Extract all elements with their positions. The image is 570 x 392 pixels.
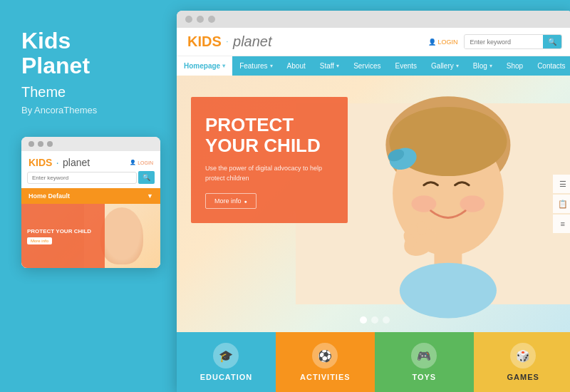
site-header: KIDS · planet 👤 LOGIN 🔍 — [177, 28, 570, 56]
activities-label: ACTIVITIES — [300, 373, 351, 381]
mobile-logo-planet: planet — [63, 157, 90, 168]
mobile-dot-2 — [38, 141, 43, 147]
logo-separator: · — [227, 38, 228, 45]
slider-dots — [360, 316, 390, 324]
hero-title: PROTECT YOUR CHILD — [205, 115, 333, 155]
search-button[interactable]: 🔍 — [543, 35, 561, 48]
mobile-titlebar — [21, 137, 160, 151]
mobile-search-bar: 🔍 — [21, 171, 160, 188]
sidebar-icon-1[interactable]: ☰ — [553, 175, 570, 193]
mobile-mockup: KIDS · planet 👤 LOGIN 🔍 Home Default ▼ — [21, 137, 160, 268]
brand-title: Kids Planet — [21, 29, 155, 78]
nav-item-features[interactable]: Features ▾ — [232, 56, 279, 76]
nav-item-shop[interactable]: Shop — [499, 56, 530, 76]
nav-item-staff[interactable]: Staff ▾ — [313, 56, 346, 76]
mobile-search-button[interactable]: 🔍 — [138, 171, 155, 184]
arrow-icon: ● — [244, 199, 247, 204]
mobile-hero-button[interactable]: More info — [27, 237, 52, 244]
chevron-down-icon: ▾ — [456, 63, 459, 69]
chevron-down-icon: ▾ — [270, 63, 273, 69]
user-icon: 👤 — [130, 160, 136, 165]
nav-item-events[interactable]: Events — [388, 56, 424, 76]
games-label: GAMES — [507, 373, 539, 381]
brand-author: By AncoraThemes — [21, 105, 155, 115]
category-education[interactable]: 🎓 EDUCATION — [177, 332, 276, 392]
mobile-nav[interactable]: Home Default ▼ — [21, 188, 160, 204]
sidebar-icon-3[interactable]: ≡ — [553, 215, 570, 233]
mobile-hero: PROTECT YOUR CHILD More info — [21, 204, 160, 268]
svg-point-4 — [411, 195, 436, 212]
slider-dot-3[interactable] — [383, 316, 390, 324]
hero-more-info-button[interactable]: More info ● — [205, 193, 256, 209]
mobile-hero-overlay: PROTECT YOUR CHILD More info — [21, 204, 105, 268]
toys-icon: 🎮 — [411, 343, 437, 368]
nav-item-about[interactable]: About — [280, 56, 313, 76]
mobile-nav-label: Home Default — [28, 192, 70, 200]
site-logo: KIDS · planet — [187, 33, 272, 50]
browser-dot-2 — [197, 16, 204, 23]
nav-item-homepage[interactable]: Homepage ▾ — [177, 56, 232, 76]
education-icon: 🎓 — [213, 343, 239, 368]
chevron-down-icon: ▾ — [489, 63, 492, 69]
category-games[interactable]: 🎲 GAMES — [474, 332, 570, 392]
nav-item-blog[interactable]: Blog ▾ — [466, 56, 499, 76]
slider-dot-1[interactable] — [360, 316, 367, 324]
user-icon: 👤 — [428, 38, 436, 46]
nav-item-contacts[interactable]: Contacts — [530, 56, 570, 76]
child-face — [100, 207, 143, 264]
activities-icon: ⚽ — [312, 343, 338, 368]
hero-description: Use the power of digital advocacy to hel… — [205, 164, 333, 183]
browser-titlebar — [177, 11, 570, 28]
search-bar: 🔍 — [464, 34, 562, 49]
mobile-dot-1 — [28, 141, 34, 147]
browser-dot-3 — [208, 16, 215, 23]
browser-mockup: KIDS · planet 👤 LOGIN 🔍 Homepage ▾ — [177, 11, 570, 392]
site-header-right: 👤 LOGIN 🔍 — [428, 34, 562, 49]
mobile-dot-3 — [47, 141, 53, 147]
brand-subtitle: Theme — [21, 84, 155, 100]
svg-point-9 — [400, 263, 497, 319]
category-activities[interactable]: ⚽ ACTIVITIES — [276, 332, 375, 392]
mobile-logo-kids: KIDS — [28, 157, 52, 168]
logo-kids-text: KIDS — [187, 33, 222, 50]
logo-planet-text: planet — [233, 33, 272, 50]
sidebar-icon-2[interactable]: 📋 — [553, 195, 570, 213]
mobile-content: KIDS · planet 👤 LOGIN 🔍 Home Default ▼ — [21, 151, 160, 268]
education-label: EDUCATION — [200, 373, 253, 381]
nav-item-services[interactable]: Services — [346, 56, 388, 76]
login-link[interactable]: 👤 LOGIN — [428, 38, 458, 46]
hero-overlay: PROTECT YOUR CHILD Use the power of digi… — [191, 97, 348, 223]
chevron-down-icon: ▾ — [336, 63, 339, 69]
mobile-login[interactable]: 👤 LOGIN — [130, 160, 153, 165]
search-input[interactable] — [465, 36, 543, 48]
mobile-search-input[interactable] — [27, 172, 137, 184]
mobile-logo: KIDS · planet — [28, 157, 90, 168]
slider-dot-2[interactable] — [371, 316, 378, 324]
right-panel: KIDS · planet 👤 LOGIN 🔍 Homepage ▾ — [177, 0, 570, 392]
mobile-header: KIDS · planet 👤 LOGIN — [21, 151, 160, 171]
right-sidebar-icons: ☰ 📋 ≡ — [553, 175, 570, 233]
left-panel: Kids Planet Theme By AncoraThemes KIDS ·… — [0, 0, 177, 392]
svg-point-5 — [460, 195, 484, 212]
categories-row: 🎓 EDUCATION ⚽ ACTIVITIES 🎮 TOYS 🎲 GAMES — [177, 332, 570, 392]
toys-label: TOYS — [412, 373, 436, 381]
nav-item-gallery[interactable]: Gallery ▾ — [424, 56, 466, 76]
chevron-down-icon: ▾ — [222, 63, 225, 69]
hero-section: PROTECT YOUR CHILD Use the power of digi… — [177, 76, 570, 332]
mobile-hero-title: PROTECT YOUR CHILD — [27, 228, 99, 235]
site-navigation: Homepage ▾ Features ▾ About Staff ▾ Serv… — [177, 56, 570, 76]
browser-dot-1 — [185, 16, 192, 23]
games-icon: 🎲 — [510, 343, 536, 368]
category-toys[interactable]: 🎮 TOYS — [375, 332, 474, 392]
mobile-logo-dot: · — [56, 160, 58, 167]
mobile-nav-chevron: ▼ — [147, 192, 153, 200]
